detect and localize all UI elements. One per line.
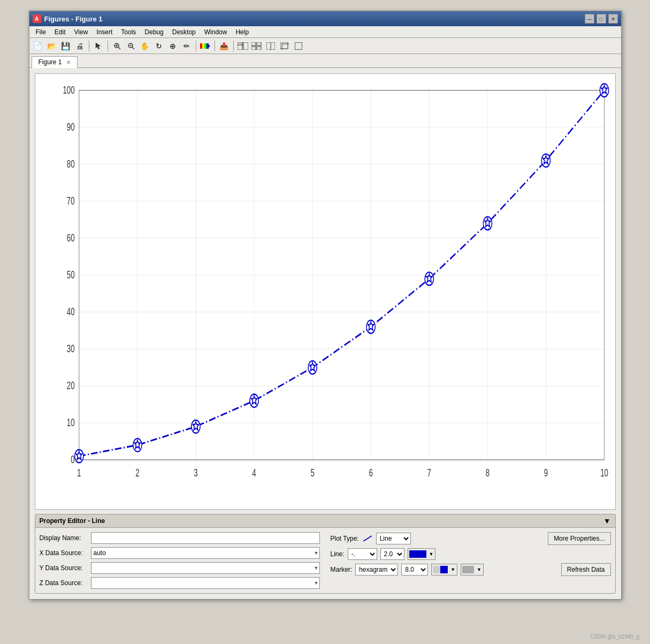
menu-insert[interactable]: Insert [92, 27, 117, 37]
title-controls: — □ ✕ [585, 14, 618, 24]
collapse-icon[interactable]: ▼ [603, 517, 611, 525]
tab-bar: Figure 1 ✕ [29, 54, 621, 68]
marker-label: Marker: [331, 566, 353, 573]
z-data-input[interactable] [91, 577, 320, 589]
zoom-out-button[interactable] [125, 40, 137, 52]
plot-type-label: Plot Type: [331, 535, 359, 542]
maximize-button[interactable]: □ [597, 14, 606, 24]
svg-rect-25 [35, 74, 615, 509]
menu-window[interactable]: Window [200, 27, 232, 37]
line-color-arrow: ▼ [427, 551, 435, 557]
marker-9 [541, 154, 550, 168]
marker-face-color-button[interactable]: ▼ [431, 564, 457, 575]
pan-button[interactable]: ✋ [139, 40, 151, 52]
toolbar-sep4 [215, 41, 215, 51]
menu-edit[interactable]: Edit [50, 27, 70, 37]
figurebrowser-button[interactable] [250, 40, 263, 52]
y-data-row: Y Data Source: ▼ [40, 562, 320, 574]
line-width-select[interactable]: 2.0 0.5 1.0 1.5 3.0 [380, 548, 404, 560]
svg-text:4: 4 [252, 467, 256, 479]
z-data-arrow[interactable]: ▼ [314, 580, 319, 586]
marker-8 [483, 217, 492, 230]
marker-size-select[interactable]: 8.0 4.0 6.0 10.0 12.0 [401, 564, 428, 575]
menu-tools[interactable]: Tools [117, 27, 140, 37]
marker-select[interactable]: hexagram none circle square diamond [355, 564, 398, 575]
export-button[interactable]: 📤 [218, 40, 231, 52]
svg-rect-15 [243, 42, 248, 50]
svg-text:10: 10 [66, 416, 74, 428]
open-button[interactable]: 📂 [45, 40, 58, 52]
svg-rect-16 [251, 42, 256, 46]
marker-5 [308, 361, 316, 374]
z-data-label: Z Data Source: [40, 579, 88, 587]
toolbar-sep5 [233, 41, 234, 51]
tab-close-icon[interactable]: ✕ [66, 59, 71, 65]
x-data-input[interactable] [91, 547, 320, 559]
y-data-container: ▼ [91, 562, 320, 574]
minimize-button[interactable]: — [585, 14, 594, 24]
menu-bar: File Edit View Insert Tools Debug Deskto… [29, 26, 621, 38]
tab-figure1[interactable]: Figure 1 ✕ [32, 56, 78, 68]
more-properties-button[interactable]: More Properties... [548, 532, 610, 545]
new-button[interactable]: 📄 [32, 40, 44, 52]
datacursor-button[interactable]: ⊕ [166, 40, 179, 52]
line-style-select[interactable]: -. - -- : [348, 548, 377, 560]
svg-line-2 [118, 47, 120, 49]
plot-svg: 0 10 20 30 40 50 60 70 80 90 100 1 2 3 4… [35, 74, 615, 509]
svg-text:1: 1 [77, 467, 81, 479]
property-editor-header: Property Editor - Line ▼ [35, 514, 615, 528]
watermark: CSDN @b_b1949_g [591, 634, 639, 640]
x-data-arrow[interactable]: ▼ [314, 550, 319, 556]
x-data-container: ▼ [91, 547, 320, 559]
svg-text:70: 70 [66, 195, 74, 207]
svg-text:6: 6 [369, 467, 372, 479]
menu-view[interactable]: View [70, 27, 93, 37]
marker-6 [366, 320, 375, 334]
menu-file[interactable]: File [32, 27, 50, 37]
svg-rect-11 [207, 43, 209, 49]
marker-edge-color-button[interactable]: ▼ [461, 564, 484, 575]
layout2-button[interactable] [278, 40, 291, 52]
svg-rect-8 [200, 43, 202, 49]
y-data-label: Y Data Source: [40, 564, 88, 572]
y-data-arrow[interactable]: ▼ [314, 565, 319, 571]
zoom-in-button[interactable] [111, 40, 124, 52]
line-color-button[interactable]: ▼ [408, 548, 436, 560]
fullscreen-button[interactable] [292, 40, 305, 52]
plot-type-select[interactable]: Line Bar Scatter [376, 533, 411, 544]
menu-debug[interactable]: Debug [140, 27, 167, 37]
svg-marker-12 [209, 44, 210, 48]
z-data-row: Z Data Source: ▼ [40, 577, 320, 589]
svg-line-6 [132, 47, 134, 49]
print-button[interactable]: 🖨 [73, 40, 86, 52]
select-button[interactable] [92, 40, 105, 52]
save-button[interactable]: 💾 [59, 40, 72, 52]
marker-10 [600, 84, 608, 97]
main-window: A Figures - Figure 1 — □ ✕ File Edit Vie… [29, 11, 622, 600]
refresh-data-button[interactable]: Refresh Data [561, 563, 611, 576]
x-data-label: X Data Source: [40, 549, 88, 557]
svg-text:5: 5 [310, 467, 314, 479]
plot-container: 0 10 20 30 40 50 60 70 80 90 100 1 2 3 4… [35, 73, 616, 510]
display-name-input[interactable] [91, 532, 320, 544]
close-button[interactable]: ✕ [608, 14, 618, 24]
svg-rect-22 [280, 42, 288, 49]
marker-2 [133, 438, 141, 452]
display-name-label: Display Name: [40, 534, 88, 542]
svg-rect-17 [257, 42, 261, 46]
svg-text:90: 90 [66, 121, 74, 133]
plotbrowser-button[interactable] [236, 40, 249, 52]
menu-help[interactable]: Help [231, 27, 253, 37]
z-data-container: ▼ [91, 577, 320, 589]
svg-line-79 [363, 536, 372, 541]
y-data-input[interactable] [91, 562, 320, 574]
figure-area: 0 10 20 30 40 50 60 70 80 90 100 1 2 3 4… [29, 68, 621, 599]
layout1-button[interactable] [264, 40, 277, 52]
svg-rect-9 [202, 43, 204, 49]
colormap-button[interactable] [199, 40, 212, 52]
title-bar: A Figures - Figure 1 — □ ✕ [29, 11, 621, 26]
rotate-button[interactable]: ↻ [152, 40, 165, 52]
brush-button[interactable]: ✏ [180, 40, 193, 52]
svg-rect-14 [238, 42, 242, 45]
menu-desktop[interactable]: Desktop [168, 27, 200, 37]
